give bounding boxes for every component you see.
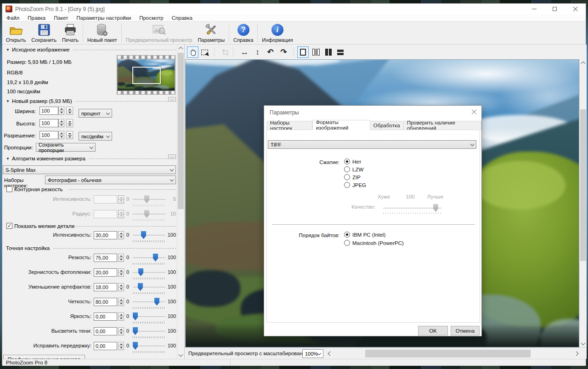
- menu-settings[interactable]: Параметры настройки: [72, 15, 135, 21]
- slider-thumb[interactable]: [133, 342, 138, 350]
- view-single-button[interactable]: [297, 46, 309, 58]
- menu-help[interactable]: Справка: [168, 15, 197, 21]
- resize-profiles-button[interactable]: Профили изменения размера: [3, 355, 85, 359]
- spinner-up[interactable]: [118, 268, 124, 273]
- slider-track[interactable]: [133, 235, 165, 236]
- slider-thumb[interactable]: [133, 312, 138, 320]
- resolution-input[interactable]: 100: [40, 131, 58, 139]
- slider-track[interactable]: [133, 287, 165, 288]
- section-source-image[interactable]: ▼ Исходное изображение: [6, 47, 176, 52]
- slider-thumb[interactable]: [141, 231, 146, 239]
- slider-track[interactable]: [133, 272, 165, 273]
- scroll-up-icon[interactable]: [179, 47, 183, 51]
- spinner-up[interactable]: [118, 342, 124, 346]
- presets-select[interactable]: Фотография - обычная: [45, 176, 176, 184]
- radio-compression-lzw[interactable]: [344, 166, 350, 172]
- resolution-constrain-button[interactable]: [66, 131, 73, 139]
- unsharp-checkbox[interactable]: [6, 186, 12, 192]
- value-input[interactable]: 0,00: [94, 342, 117, 350]
- scroll-right-icon[interactable]: [574, 352, 579, 356]
- spinner-down[interactable]: [118, 236, 124, 240]
- select-tool-button[interactable]: [199, 46, 210, 58]
- print-button[interactable]: Печать: [59, 22, 81, 44]
- spinner-up[interactable]: [118, 327, 124, 332]
- tab-image-formats[interactable]: Форматы изображений: [312, 120, 370, 130]
- radio-byte-order-macintosh[interactable]: [344, 240, 350, 246]
- spinner-down[interactable]: [118, 317, 124, 321]
- spinner-up[interactable]: [58, 107, 64, 111]
- radio-compression-none[interactable]: [344, 159, 350, 165]
- spinner-up[interactable]: [118, 254, 124, 258]
- spinner-up[interactable]: [58, 119, 64, 124]
- slider-thumb[interactable]: [138, 283, 143, 291]
- options-button[interactable]: Параметры: [195, 22, 227, 44]
- radio-label-none[interactable]: Нет: [352, 159, 362, 165]
- value-input[interactable]: 20,00: [94, 268, 117, 277]
- radio-label-intel[interactable]: IBM PC (Intel): [352, 232, 385, 238]
- value-input[interactable]: 0,00: [94, 312, 117, 321]
- sidebar-scrollbar[interactable]: [177, 45, 184, 359]
- width-input[interactable]: 100: [40, 107, 58, 115]
- spinner-down[interactable]: [118, 332, 124, 336]
- crop-rectangle[interactable]: [132, 67, 161, 84]
- slider-thumb[interactable]: [154, 298, 159, 306]
- scroll-down-icon[interactable]: [179, 352, 183, 357]
- algorithm-more-button[interactable]: ...: [168, 154, 176, 159]
- scrollbar-thumb[interactable]: [580, 109, 586, 261]
- tab-presets[interactable]: Наборы настроек: [266, 121, 312, 130]
- width-constrain-button[interactable]: [66, 107, 73, 115]
- radio-compression-zip[interactable]: [344, 174, 350, 180]
- info-button[interactable]: i Информация: [259, 22, 295, 44]
- close-button[interactable]: [565, 4, 586, 14]
- slider-thumb[interactable]: [133, 327, 138, 335]
- spinner-up[interactable]: [118, 231, 124, 236]
- flip-vertical-button[interactable]: ↕: [252, 46, 263, 58]
- value-input[interactable]: 0,00: [94, 327, 117, 335]
- save-button[interactable]: Сохранить: [28, 22, 59, 44]
- scrollbar-thumb[interactable]: [365, 350, 531, 358]
- value-input[interactable]: 30,00: [94, 231, 117, 239]
- slider-thumb[interactable]: [153, 254, 158, 261]
- details-checkbox[interactable]: ✓: [6, 223, 12, 229]
- view-split-button[interactable]: [310, 46, 322, 58]
- section-algorithm[interactable]: ▼ Алгоритм изменения размера: [6, 156, 168, 161]
- rotate-right-button[interactable]: ↷: [278, 46, 289, 58]
- preview-horizontal-scrollbar[interactable]: [334, 350, 571, 358]
- radio-compression-jpeg[interactable]: [344, 182, 350, 188]
- spinner-down[interactable]: [58, 124, 64, 128]
- flip-horizontal-button[interactable]: ↔: [239, 46, 250, 58]
- radio-label-jpeg[interactable]: JPEG: [352, 182, 366, 188]
- height-constrain-button[interactable]: [66, 119, 73, 127]
- menu-view[interactable]: Просмотр: [135, 15, 168, 21]
- tab-check-updates[interactable]: Проверить наличие обновлений: [404, 121, 481, 130]
- tab-processing[interactable]: Обработка: [370, 121, 404, 130]
- spinner-down[interactable]: [118, 288, 124, 292]
- spinner-up[interactable]: [118, 312, 124, 317]
- scroll-up-icon[interactable]: [581, 62, 586, 66]
- algorithm-select[interactable]: S-Spline Max: [3, 165, 176, 174]
- spinner-up[interactable]: [118, 283, 124, 288]
- spinner-down[interactable]: [118, 258, 124, 262]
- spinner-down[interactable]: [118, 273, 124, 277]
- spinner-up[interactable]: [58, 131, 64, 136]
- value-input[interactable]: 18,00: [94, 283, 117, 291]
- resolution-unit-select[interactable]: пкс/дюйм: [79, 132, 112, 141]
- slider-track[interactable]: [133, 257, 165, 258]
- scrollbar-thumb[interactable]: [178, 53, 184, 209]
- zoom-select[interactable]: 100%: [302, 349, 323, 358]
- size-unit-select[interactable]: процент: [79, 109, 112, 118]
- spinner-down[interactable]: [58, 136, 64, 140]
- dialog-close-button[interactable]: [470, 108, 478, 116]
- menu-batch[interactable]: Пакет: [50, 15, 72, 21]
- help-button[interactable]: ? Справка: [231, 22, 256, 44]
- spinner-down[interactable]: [58, 111, 64, 115]
- spinner-down[interactable]: [118, 346, 124, 351]
- cancel-button[interactable]: Отмена: [451, 326, 480, 335]
- value-input[interactable]: 75,00: [94, 254, 117, 262]
- radio-label-lzw[interactable]: LZW: [352, 167, 363, 172]
- minimize-button[interactable]: [524, 4, 544, 14]
- open-button[interactable]: Открыть: [3, 22, 28, 44]
- slider-track[interactable]: [133, 301, 165, 302]
- menu-edit[interactable]: Правка: [23, 15, 50, 21]
- ok-button[interactable]: OK: [418, 326, 448, 335]
